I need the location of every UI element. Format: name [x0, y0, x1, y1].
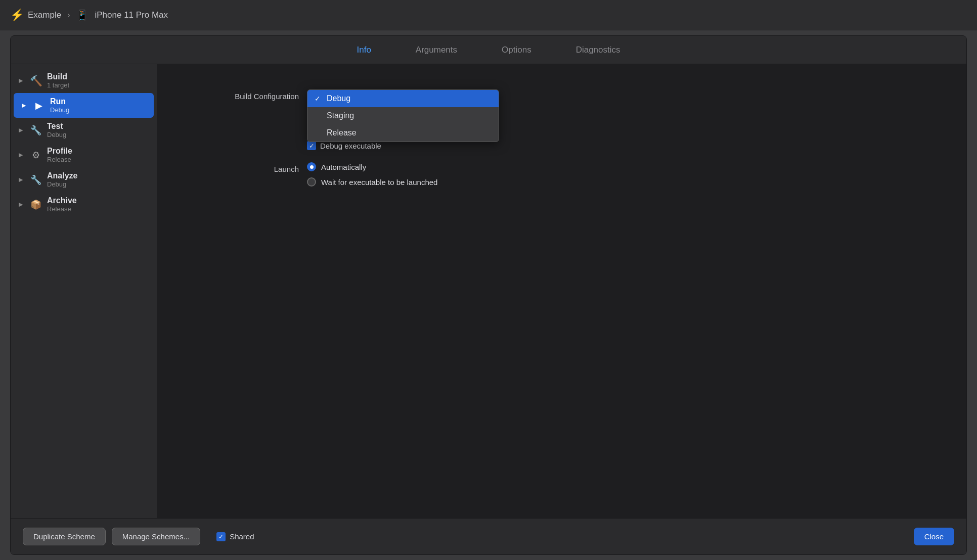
launch-row: Launch Automatically Wait for executable… [198, 162, 926, 186]
profile-icon: ⚙ [30, 150, 42, 161]
test-title: Test [47, 122, 66, 131]
test-icon: 🔧 [30, 125, 42, 136]
build-text: Build 1 target [47, 72, 69, 89]
debug-executable-row: ✓ Debug executable [307, 141, 926, 150]
expand-icon-profile: ▶ [19, 152, 25, 158]
debug-label: Debug [327, 94, 350, 103]
expand-icon-analyze: ▶ [19, 176, 25, 183]
build-subtitle: 1 target [47, 81, 69, 89]
dropdown-option-staging[interactable]: Staging [307, 107, 499, 124]
radio-automatically-row: Automatically [307, 162, 437, 171]
device-icon: 📱 [76, 9, 88, 21]
sidebar-item-analyze[interactable]: ▶ 🔧 Analyze Debug [11, 167, 157, 192]
debug-executable-label: Debug executable [320, 142, 381, 150]
project-icon: ⚡ [10, 9, 24, 22]
bottom-bar: Duplicate Scheme Manage Schemes... ✓ Sha… [11, 518, 966, 554]
archive-text: Archive Release [47, 196, 77, 213]
release-label: Release [327, 128, 357, 137]
dropdown-option-release[interactable]: Release [307, 124, 499, 142]
sidebar-item-archive[interactable]: ▶ 📦 Archive Release [11, 192, 157, 217]
check-mark: ✓ [309, 143, 315, 149]
run-icon: ▶ [33, 100, 45, 111]
tab-diagnostics[interactable]: Diagnostics [574, 42, 623, 58]
run-subtitle: Debug [50, 106, 69, 114]
device-name: iPhone 11 Pro Max [95, 10, 168, 20]
manage-schemes-button[interactable]: Manage Schemes... [112, 528, 200, 545]
scheme-editor-dialog: Info Arguments Options Diagnostics ▶ 🔨 B… [10, 35, 967, 555]
sidebar: ▶ 🔨 Build 1 target ▶ ▶ Run Debug ▶ 🔧 [11, 64, 157, 518]
dialog-tabs: Info Arguments Options Diagnostics [11, 36, 966, 64]
profile-subtitle: Release [47, 156, 72, 163]
tab-options[interactable]: Options [500, 42, 534, 58]
sidebar-item-build[interactable]: ▶ 🔨 Build 1 target [11, 68, 157, 93]
analyze-title: Analyze [47, 171, 77, 180]
launch-label: Launch [198, 162, 299, 173]
check-debug: ✓ [315, 95, 323, 103]
close-button[interactable]: Close [914, 528, 954, 545]
launch-radio-group: Automatically Wait for executable to be … [307, 162, 437, 186]
sidebar-item-profile[interactable]: ▶ ⚙ Profile Release [11, 143, 157, 167]
expand-icon-archive: ▶ [19, 201, 25, 208]
archive-title: Archive [47, 196, 77, 205]
shared-check-mark: ✓ [218, 533, 224, 540]
profile-text: Profile Release [47, 147, 72, 163]
debug-executable-checkbox[interactable]: ✓ [307, 141, 316, 150]
tab-arguments[interactable]: Arguments [414, 42, 459, 58]
archive-icon: 📦 [30, 199, 42, 210]
build-icon: 🔨 [30, 75, 42, 87]
build-title: Build [47, 72, 69, 81]
build-config-row: Build Configuration ✓ Debug Staging [198, 89, 926, 101]
dialog-body: ▶ 🔨 Build 1 target ▶ ▶ Run Debug ▶ 🔧 [11, 64, 966, 518]
shared-area: ✓ Shared [216, 532, 254, 541]
radio-automatically[interactable] [307, 162, 316, 171]
executable-section: ✓ Debug executable Launch Automatically [198, 141, 926, 186]
title-bar: ⚡ Example › 📱 iPhone 11 Pro Max [0, 0, 977, 30]
sidebar-item-test[interactable]: ▶ 🔧 Test Debug [11, 118, 157, 143]
shared-label: Shared [230, 532, 254, 541]
project-name: Example [28, 10, 61, 20]
radio-wait-label: Wait for executable to be launched [321, 178, 437, 186]
build-config-dropdown-menu[interactable]: ✓ Debug Staging Release [307, 89, 499, 142]
analyze-text: Analyze Debug [47, 171, 77, 188]
run-title: Run [50, 97, 69, 106]
analyze-icon: 🔧 [30, 174, 42, 185]
staging-label: Staging [327, 111, 354, 120]
test-subtitle: Debug [47, 131, 66, 138]
profile-title: Profile [47, 147, 72, 156]
dropdown-option-debug[interactable]: ✓ Debug [307, 90, 499, 107]
radio-automatically-label: Automatically [321, 163, 366, 171]
sidebar-item-run[interactable]: ▶ ▶ Run Debug [14, 93, 154, 118]
expand-icon-build: ▶ [19, 77, 25, 84]
shared-checkbox[interactable]: ✓ [216, 532, 226, 541]
expand-icon-run: ▶ [22, 102, 28, 109]
build-config-label: Build Configuration [198, 89, 299, 101]
expand-icon-test: ▶ [19, 127, 25, 133]
radio-wait[interactable] [307, 177, 316, 186]
breadcrumb-chevron: › [67, 11, 70, 20]
tab-info[interactable]: Info [354, 42, 373, 58]
test-text: Test Debug [47, 122, 66, 138]
duplicate-scheme-button[interactable]: Duplicate Scheme [23, 528, 106, 545]
archive-subtitle: Release [47, 205, 77, 213]
content-area: Build Configuration ✓ Debug Staging [157, 64, 966, 518]
radio-wait-row: Wait for executable to be launched [307, 177, 437, 186]
run-text: Run Debug [50, 97, 69, 114]
analyze-subtitle: Debug [47, 180, 77, 188]
